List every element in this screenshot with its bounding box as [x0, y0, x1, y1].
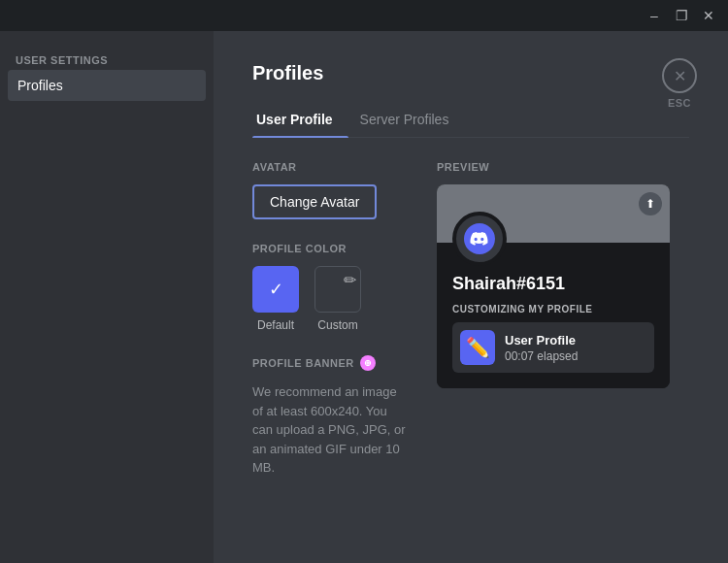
activity-info: User Profile 00:07 elapsed	[505, 333, 578, 363]
left-column: AVATAR Change Avatar PROFILE COLOR ✓ Def…	[252, 161, 406, 478]
avatar-section-label: AVATAR	[252, 161, 406, 173]
preview-avatar	[452, 212, 507, 266]
color-option-default[interactable]: ✓ Default	[252, 266, 299, 332]
discord-logo-icon	[464, 223, 495, 254]
color-option-custom[interactable]: ✏ Custom	[314, 266, 361, 332]
right-column: PREVIEW	[437, 161, 689, 478]
activity-title: User Profile	[505, 333, 578, 348]
upload-icon: ⬆	[645, 197, 655, 211]
profile-color-label: PROFILE COLOR	[252, 243, 406, 254]
esc-circle-icon: ✕	[662, 58, 697, 93]
tab-server-profiles[interactable]: Server Profiles	[356, 104, 465, 137]
profile-color-section: PROFILE COLOR ✓ Default ✏ Cust	[252, 243, 406, 332]
activity-elapsed: 00:07 elapsed	[505, 349, 578, 363]
sidebar: User Settings Profiles	[0, 31, 214, 563]
default-color-swatch: ✓	[252, 266, 299, 313]
custom-color-swatch: ✏	[314, 266, 361, 313]
tabs: User Profile Server Profiles	[252, 104, 689, 138]
esc-label: ESC	[668, 97, 691, 109]
content-area: ✕ ESC Profiles User Profile Server Profi…	[214, 31, 728, 563]
nitro-icon: ⊕	[360, 355, 376, 371]
sidebar-item-label: Profiles	[17, 78, 63, 93]
check-icon: ✓	[269, 279, 283, 300]
default-color-label: Default	[257, 318, 294, 332]
two-col-layout: AVATAR Change Avatar PROFILE COLOR ✓ Def…	[252, 161, 689, 478]
color-options: ✓ Default ✏ Custom	[252, 266, 406, 332]
maximize-button[interactable]: ❐	[670, 4, 693, 27]
avatar-edit-overlay-button[interactable]: ⬆	[639, 192, 662, 215]
sidebar-item-profiles[interactable]: Profiles	[8, 70, 206, 101]
preview-card: ⬆ Shairah#6151 CUSTOMIZING MY PROFILE ✏️…	[437, 184, 670, 388]
banner-hint-text: We recommend an image of at least 600x24…	[252, 382, 406, 478]
preview-activity: ✏️ User Profile 00:07 elapsed	[452, 322, 654, 373]
preview-banner: ⬆	[437, 184, 670, 243]
preview-activity-label: CUSTOMIZING MY PROFILE	[452, 304, 654, 315]
sidebar-section-label: User Settings	[8, 47, 206, 70]
profile-banner-section: PROFILE BANNER ⊕ We recommend an image o…	[252, 355, 406, 478]
title-bar: – ❐ ✕	[0, 0, 728, 31]
esc-button[interactable]: ✕ ESC	[662, 58, 697, 109]
preview-username: Shairah#6151	[452, 274, 654, 294]
change-avatar-button[interactable]: Change Avatar	[252, 184, 377, 219]
preview-avatar-wrapper	[452, 212, 507, 266]
custom-color-label: Custom	[317, 318, 357, 332]
close-button[interactable]: ✕	[697, 4, 720, 27]
activity-icon: ✏️	[460, 330, 495, 365]
avatar-section: AVATAR Change Avatar	[252, 161, 406, 243]
page-title: Profiles	[252, 62, 689, 84]
profile-banner-label: PROFILE BANNER ⊕	[252, 355, 406, 371]
pencil-icon: ✏	[344, 271, 356, 289]
main-container: User Settings Profiles ✕ ESC Profiles Us…	[0, 31, 728, 563]
tab-user-profile[interactable]: User Profile	[252, 104, 348, 137]
preview-label: PREVIEW	[437, 161, 689, 173]
minimize-button[interactable]: –	[643, 4, 666, 27]
